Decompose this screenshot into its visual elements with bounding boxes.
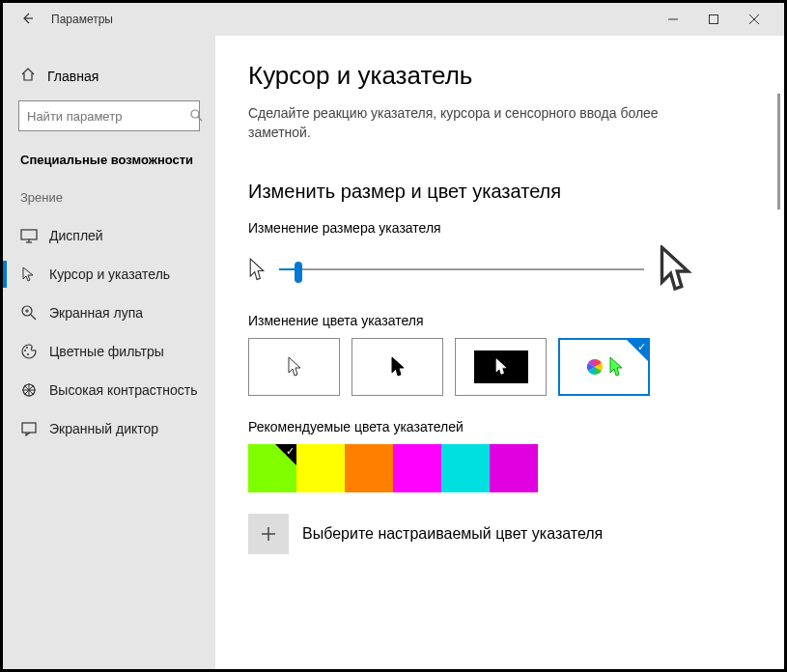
magnifier-icon [20,304,38,322]
sidebar: Главная Специальные возможности Зрение Д… [3,36,215,669]
swatch-cyan[interactable] [441,444,490,492]
pointer-custom-option[interactable]: ✓ [558,338,650,396]
custom-color-row: Выберите настраиваемый цвет указателя [248,514,767,554]
svg-line-5 [198,117,202,121]
color-label: Изменение цвета указателя [248,313,767,328]
contrast-icon [20,381,38,399]
pointer-inverted-option[interactable] [455,338,547,396]
check-icon: ✓ [637,341,646,353]
group-label: Зрение [3,184,215,216]
pointer-color-options: ✓ [248,338,767,396]
pointer-size-slider[interactable] [279,260,644,279]
home-icon [20,67,36,85]
cursor-icon [20,266,38,283]
svg-rect-6 [21,230,37,239]
cursor-green-icon [608,356,624,378]
sidebar-item-label: Курсор и указатель [49,266,170,282]
narrator-icon [20,420,38,437]
scrollbar[interactable] [777,94,780,210]
home-label: Главная [47,69,98,84]
home-link[interactable]: Главная [3,59,215,100]
color-wheel-icon [585,357,604,377]
search-input[interactable] [27,109,189,124]
sidebar-item-label: Экранный диктор [49,421,158,436]
swatch-magenta[interactable] [393,444,441,492]
minimize-button[interactable] [666,13,680,26]
slider-track [279,268,644,270]
window-title: Параметры [51,13,113,26]
search-box[interactable] [18,100,200,131]
custom-color-label: Выберите настраиваемый цвет указателя [302,525,603,543]
svg-point-14 [26,347,28,349]
plus-icon [261,526,276,542]
swatch-pink[interactable] [490,444,538,492]
sidebar-item-label: Дисплей [49,228,103,243]
swatch-yellow[interactable] [296,444,345,492]
svg-rect-21 [22,423,36,433]
swatch-lime[interactable]: ✓ [248,444,296,492]
sidebar-item-label: Экранная лупа [49,305,143,321]
main-content: Курсор и указатель Сделайте реакцию указ… [215,36,784,669]
sidebar-item-cursor[interactable]: Курсор и указатель [3,255,215,294]
window-controls [666,13,784,26]
recommended-label: Рекомендуемые цвета указателей [248,419,767,434]
titlebar-left: Параметры [3,12,666,28]
svg-point-13 [24,350,26,351]
invert-strip [474,350,528,383]
svg-point-4 [191,110,199,118]
svg-line-10 [31,315,36,320]
palette-icon [20,343,38,360]
sidebar-item-narrator[interactable]: Экранный диктор [3,409,215,448]
svg-rect-1 [710,15,718,24]
sidebar-item-label: Цветные фильтры [49,344,164,359]
swatch-orange[interactable] [345,444,393,492]
sidebar-item-label: Высокая контрастность [49,382,197,398]
titlebar: Параметры [3,3,784,36]
maximize-button[interactable] [707,13,720,26]
recommended-colors: ✓ [248,444,767,492]
display-icon [20,227,38,244]
pointer-white-option[interactable] [248,338,340,396]
sidebar-item-contrast[interactable]: Высокая контрастность [3,371,215,409]
sidebar-item-magnifier[interactable]: Экранная лупа [3,294,215,332]
pointer-black-option[interactable] [351,338,443,396]
slider-thumb[interactable] [295,262,302,283]
sidebar-item-display[interactable]: Дисплей [3,216,215,255]
cursor-small-icon [248,258,266,282]
add-custom-color-button[interactable] [248,514,289,554]
search-icon [189,108,203,125]
cursor-large-icon [658,245,692,294]
size-label: Изменение размера указателя [248,220,767,236]
close-button[interactable] [747,13,761,26]
category-title: Специальные возможности [3,149,215,184]
page-title: Курсор и указатель [248,61,767,91]
check-icon: ✓ [286,445,295,458]
sidebar-item-colorfilters[interactable]: Цветные фильтры [3,332,215,371]
section-title: Изменить размер и цвет указателя [248,181,767,203]
pointer-size-row [248,245,692,294]
window-body: Главная Специальные возможности Зрение Д… [3,36,784,669]
page-description: Сделайте реакцию указателя, курсора и се… [248,104,663,142]
svg-point-15 [27,353,29,355]
settings-window: Параметры Главная Специальные возможност… [0,0,787,672]
back-button[interactable] [20,12,34,28]
